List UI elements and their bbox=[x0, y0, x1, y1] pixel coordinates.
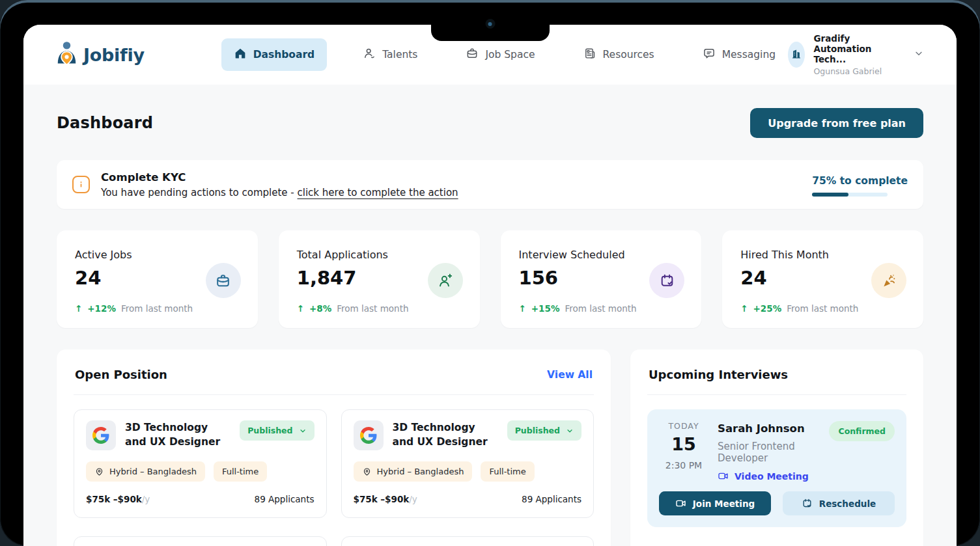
job-card-partial[interactable]: Published bbox=[341, 536, 595, 546]
interviews-title: Upcoming Interviews bbox=[649, 368, 788, 381]
info-icon bbox=[72, 176, 90, 193]
nav-label-dashboard: Dashboard bbox=[253, 49, 315, 61]
kyc-message-text: You have pending actions to complete - bbox=[101, 187, 298, 198]
interview-details: TODAY 15 2:30 PM Sarah Johnson Senior Fr… bbox=[659, 421, 895, 482]
job-salary-period: /y bbox=[409, 494, 417, 504]
nav-label-job-space: Job Space bbox=[485, 49, 535, 61]
avatar bbox=[788, 42, 805, 68]
stat-delta: ↑ +12% From last month bbox=[75, 303, 240, 314]
stat-label: Hired This Month bbox=[740, 249, 905, 261]
kyc-title: Complete KYC bbox=[101, 171, 458, 184]
dashboard-page: Dashboard Upgrade from free plan Complet… bbox=[23, 85, 957, 546]
job-status-label: Published bbox=[515, 426, 560, 435]
job-location-tag: Hybrid – Bangladesh bbox=[354, 461, 473, 482]
stat-delta-note: From last month bbox=[787, 303, 858, 314]
meeting-type-label: Video Meeting bbox=[735, 471, 809, 482]
nav-item-dashboard[interactable]: Dashboard bbox=[221, 38, 328, 71]
chevron-down-icon bbox=[566, 427, 574, 435]
reschedule-button[interactable]: Reschedule bbox=[783, 491, 895, 515]
stat-delta: ↑ +25% From last month bbox=[740, 303, 905, 314]
stat-card-hired-this-month: Hired This Month 24 ↑ +25% bbox=[722, 230, 923, 328]
kyc-banner: Complete KYC You have pending actions to… bbox=[57, 160, 923, 209]
chevron-down-icon[interactable] bbox=[914, 48, 924, 61]
jobs-grid: 3D Technology and UX Designer Published bbox=[74, 409, 594, 546]
job-status-badge[interactable]: Published bbox=[240, 420, 314, 441]
interview-info: Sarah Johnson Senior Frontend Developer … bbox=[718, 421, 820, 482]
job-status-label: Published bbox=[247, 426, 292, 435]
job-card-partial[interactable]: Published bbox=[74, 536, 327, 546]
job-salary-period: /y bbox=[142, 494, 150, 504]
job-applicants: 89 Applicants bbox=[522, 494, 581, 504]
account-company: Gradify Automation Tech... bbox=[813, 33, 901, 64]
stat-delta-note: From last month bbox=[337, 303, 408, 314]
person-search-icon bbox=[363, 47, 376, 62]
stat-card-active-jobs: Active Jobs 24 ↑ +12% From last mon bbox=[57, 230, 258, 328]
kyc-progress-bar bbox=[812, 193, 888, 197]
interview-actions: Join Meeting Reschedule bbox=[659, 491, 895, 515]
upcoming-interviews-panel: Upcoming Interviews TODAY 15 2:30 PM Sar… bbox=[630, 349, 923, 546]
nav-label-talents: Talents bbox=[382, 49, 417, 61]
video-meeting-link[interactable]: Video Meeting bbox=[718, 471, 820, 482]
job-status-badge[interactable]: Published bbox=[507, 420, 581, 441]
kyc-progress: 75% to complete bbox=[812, 172, 908, 197]
upgrade-plan-button[interactable]: Upgrade from free plan bbox=[750, 108, 923, 138]
kyc-progress-fill bbox=[812, 193, 848, 197]
page-title: Dashboard bbox=[57, 114, 153, 132]
job-card[interactable]: 3D Technology and UX Designer Published bbox=[74, 409, 327, 518]
nav-item-talents[interactable]: Talents bbox=[350, 38, 430, 71]
job-location-tag: Hybrid – Bangladesh bbox=[86, 461, 205, 482]
brand-name: Jobifiy bbox=[83, 45, 145, 65]
nav-label-resources: Resources bbox=[603, 49, 654, 61]
stat-label: Interview Scheduled bbox=[519, 249, 684, 261]
candidate-role: Senior Frontend Developer bbox=[718, 441, 820, 464]
account-names: Gradify Automation Tech... Ogunsua Gabri… bbox=[813, 33, 901, 76]
arrow-up-icon: ↑ bbox=[297, 303, 304, 314]
jobifiy-logo-icon bbox=[56, 41, 77, 68]
calendar-icon bbox=[802, 498, 813, 509]
divider bbox=[74, 394, 594, 395]
job-applicants: 89 Applicants bbox=[255, 494, 315, 504]
job-type-tag: Full-time bbox=[214, 461, 267, 482]
kyc-message: You have pending actions to complete - c… bbox=[101, 187, 458, 198]
job-tags: Hybrid – Bangladesh Full-time bbox=[354, 461, 582, 482]
brand-logo[interactable]: Jobifiy bbox=[56, 41, 145, 68]
job-card-bottom: $75k –$90k/y 89 Applicants bbox=[354, 494, 582, 504]
interview-card: TODAY 15 2:30 PM Sarah Johnson Senior Fr… bbox=[647, 409, 906, 527]
join-meeting-button[interactable]: Join Meeting bbox=[659, 491, 771, 515]
job-card-top: 3D Technology and UX Designer Published bbox=[354, 420, 582, 450]
interview-date: TODAY 15 2:30 PM bbox=[659, 421, 708, 482]
nav-item-messaging[interactable]: Messaging bbox=[690, 38, 788, 71]
nav-item-job-space[interactable]: Job Space bbox=[453, 38, 547, 71]
job-salary: $75k –$90k/y bbox=[86, 494, 150, 504]
view-all-link[interactable]: View All bbox=[547, 369, 593, 381]
open-positions-title: Open Position bbox=[75, 368, 167, 381]
nav-item-resources[interactable]: Resources bbox=[571, 38, 667, 71]
candidate-name: Sarah Johnson bbox=[718, 422, 820, 435]
title-row: Dashboard Upgrade from free plan bbox=[57, 108, 923, 138]
arrow-up-icon: ↑ bbox=[519, 303, 526, 314]
job-salary: $75k –$90k/y bbox=[354, 494, 417, 504]
stat-delta-note: From last month bbox=[565, 303, 636, 314]
kyc-progress-label: 75% to complete bbox=[812, 175, 908, 187]
status-badge: Confirmed bbox=[829, 421, 895, 441]
home-icon bbox=[234, 47, 247, 62]
open-positions-header: Open Position View All bbox=[74, 365, 594, 394]
job-location-label: Hybrid – Bangladesh bbox=[109, 467, 197, 476]
interview-time: 2:30 PM bbox=[659, 460, 708, 471]
account-menu[interactable]: Gradify Automation Tech... Ogunsua Gabri… bbox=[788, 33, 924, 76]
open-positions-panel: Open Position View All bbox=[57, 349, 611, 546]
interview-day-number: 15 bbox=[659, 434, 708, 454]
main-row: Open Position View All bbox=[57, 349, 923, 546]
stat-label: Active Jobs bbox=[75, 249, 240, 261]
kyc-texts: Complete KYC You have pending actions to… bbox=[101, 171, 458, 198]
stat-delta-pct: +25% bbox=[753, 303, 782, 314]
kyc-complete-link[interactable]: click here to complete the action bbox=[298, 187, 458, 198]
job-type-label: Full-time bbox=[489, 467, 525, 476]
stat-delta-note: From last month bbox=[121, 303, 193, 314]
location-pin-icon bbox=[94, 467, 104, 476]
stat-label: Total Applications bbox=[297, 249, 462, 261]
job-card[interactable]: 3D Technology and UX Designer Published bbox=[341, 409, 595, 518]
account-user: Ogunsua Gabriel bbox=[813, 66, 901, 76]
job-card-top: 3D Technology and UX Designer Published bbox=[86, 420, 315, 450]
interviews-header: Upcoming Interviews bbox=[647, 365, 906, 394]
